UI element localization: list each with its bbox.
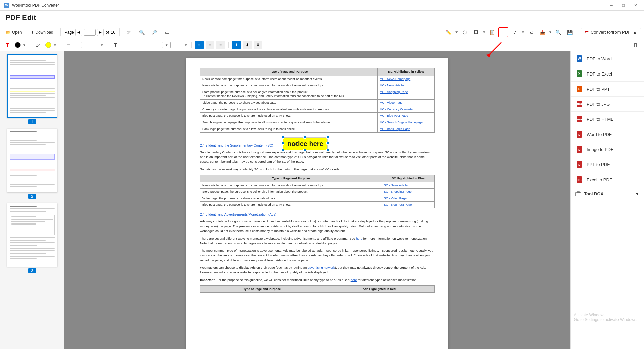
zoom-in-button[interactable]: 🔍 (137, 27, 147, 37)
prev-page-button[interactable]: ◀ (75, 29, 82, 36)
mc-video-page-link[interactable]: MC - Video Page (380, 101, 402, 104)
zoom-input[interactable]: 100% (81, 42, 98, 48)
thumbnail-1[interactable] (7, 54, 57, 118)
align-right-button[interactable]: ≡ (216, 41, 225, 49)
excel-to-pdf-item[interactable]: PDF Excel to PDF (571, 172, 644, 187)
image-dropdown[interactable]: ▼ (482, 30, 486, 34)
sc-video-page-link[interactable]: SC - Video Page (384, 197, 407, 200)
valign-top-button[interactable]: ⬆ (232, 41, 241, 49)
para-242-2: Sometimes the easiest way to identify SC… (200, 167, 435, 172)
convert-dropdown-arrow: ▲ (633, 30, 637, 35)
align-center-button[interactable]: ≡ (206, 41, 214, 49)
close-button[interactable]: ✕ (631, 2, 640, 8)
valign-bottom-button[interactable]: ⬇ (254, 41, 262, 49)
mc-news-homepage-link[interactable]: MC - News Homepage (380, 77, 410, 81)
mc-search-engine-link[interactable]: MC - Search Engine Homepage (380, 121, 423, 124)
search-button[interactable]: 🔍 (553, 27, 564, 37)
not-italic: not (319, 167, 324, 171)
highlight-color-swatch[interactable] (45, 42, 51, 48)
page-number-input[interactable]: 1 (84, 29, 96, 36)
shape-tool-button[interactable]: ⬡ (460, 27, 470, 37)
font-size-dropdown[interactable]: ▼ (184, 43, 188, 47)
font-size-input[interactable]: 18 (170, 42, 182, 48)
thumbnail-3[interactable] (7, 203, 57, 267)
pdf-to-jpg-item[interactable]: JPG PDF to JPG (571, 97, 644, 112)
font-name-input[interactable]: Helvetica (123, 42, 163, 48)
mc-currency-converter-link[interactable]: MC - Currency Converter (380, 108, 414, 111)
sc-table: Type of Page and Purpose SC Highlighted … (200, 174, 435, 208)
share-button[interactable]: 📤 (537, 27, 547, 37)
text-color-button[interactable]: T (3, 40, 13, 50)
pdf-to-word-item[interactable]: W PDF to Word (571, 51, 644, 66)
handle-tl[interactable] (282, 136, 284, 139)
handle-bl[interactable] (282, 149, 284, 151)
convert-button[interactable]: ⇄ Convert to/from PDF ▲ (581, 28, 641, 36)
word-to-pdf-item[interactable]: PDF Word to PDF (571, 127, 644, 142)
hand-tool-button[interactable]: ☞ (124, 27, 134, 37)
save-button[interactable]: 💾 (565, 27, 575, 37)
handle-bc[interactable] (303, 149, 306, 151)
ppt-to-pdf-item[interactable]: PDF PPT to PDF (571, 157, 644, 172)
handle-tc[interactable] (303, 136, 306, 139)
handle-mr[interactable] (326, 142, 329, 145)
here-link-2[interactable]: here (351, 278, 357, 282)
maximize-button[interactable]: □ (620, 2, 627, 8)
minimize-button[interactable]: ─ (607, 2, 615, 8)
image-tool-button[interactable]: 🖼 (471, 27, 481, 37)
align-left-button[interactable]: ≡ (195, 41, 204, 49)
handle-ml[interactable] (282, 142, 284, 145)
font-dropdown[interactable]: ▼ (165, 43, 168, 47)
thumbnail-1-num: 1 (28, 119, 36, 124)
pencil-dropdown[interactable]: ▼ (455, 30, 458, 34)
handle-br[interactable] (326, 149, 329, 151)
text-style-button[interactable]: T (111, 40, 121, 50)
pdf-to-html-item[interactable]: HTML PDF to HTML (571, 112, 644, 127)
svg-text:PDF: PDF (576, 133, 583, 136)
table-row: Search engine homepage: the purpose is t… (200, 119, 435, 126)
zoom-out-button[interactable]: 🔎 (149, 27, 159, 37)
zoom-dropdown[interactable]: ▼ (100, 43, 104, 47)
here-link-1[interactable]: here (356, 237, 362, 240)
line-dropdown[interactable]: ▼ (521, 30, 525, 34)
tb2-divider4 (107, 42, 107, 48)
select-box-button[interactable]: ⬚ (498, 27, 508, 37)
print-button[interactable]: 🖨 (526, 27, 536, 37)
stamp-tool-button[interactable]: 📋 (487, 27, 497, 37)
pencil-tool-button[interactable]: ✏️ (443, 27, 453, 37)
table3-header1: Type of Page and Purpose (200, 285, 324, 293)
advertising-network-link[interactable]: advertising network (308, 266, 335, 269)
open-button[interactable]: 📂 Open (3, 28, 25, 36)
thumbnail-2[interactable] (7, 129, 57, 192)
sc-blog-post-link[interactable]: SC - Blog Post Page (384, 203, 412, 206)
line-tool-button[interactable]: ╱ (510, 27, 520, 37)
mc-news-article-link[interactable]: MC - News Article (380, 84, 404, 87)
text-bg-button[interactable]: ▭ (64, 40, 74, 50)
mc-bank-login-link[interactable]: MC - Bank Login Page (380, 127, 410, 131)
handle-tr[interactable] (326, 136, 329, 139)
highlight-button[interactable]: 🖊 (33, 40, 43, 50)
share-dropdown[interactable]: ▼ (549, 30, 552, 34)
toolbox-header[interactable]: Tool BOX ▼ (571, 187, 644, 200)
pdf-to-excel-item[interactable]: X PDF to Excel (571, 66, 644, 82)
text-color-swatch[interactable] (15, 42, 21, 48)
thumbnail-1-container: 1 (3, 54, 61, 124)
table3-header2: Ads Highlighted in Red (324, 285, 435, 293)
svg-text:PDF: PDF (576, 163, 583, 166)
valign-middle-button[interactable]: ⬇ (243, 41, 252, 49)
highlight-color-dropdown[interactable]: ▼ (53, 43, 57, 47)
text-color-dropdown[interactable]: ▼ (23, 43, 26, 47)
excel-to-pdf-icon: PDF (575, 176, 583, 184)
svg-text:X: X (578, 72, 581, 76)
download-button[interactable]: ⬇ Download (28, 28, 56, 36)
mc-shopping-page-link[interactable]: MC - Shopping Page (380, 90, 408, 94)
divider3 (578, 28, 578, 36)
svg-text:P: P (578, 87, 581, 91)
trash-button[interactable]: 🗑 (633, 42, 639, 48)
sc-shopping-page-link[interactable]: SC - Shopping Page (384, 190, 412, 193)
single-page-button[interactable]: ▭ (162, 27, 172, 37)
pdf-to-ppt-item[interactable]: P PDF to PPT (571, 82, 644, 97)
image-to-pdf-item[interactable]: PDF Image to PDF (571, 142, 644, 157)
sc-news-article-link[interactable]: SC - News Article (384, 184, 408, 187)
mc-blog-post-link[interactable]: MC - Blog Post Page (380, 114, 408, 117)
next-page-button[interactable]: ▶ (97, 29, 104, 36)
